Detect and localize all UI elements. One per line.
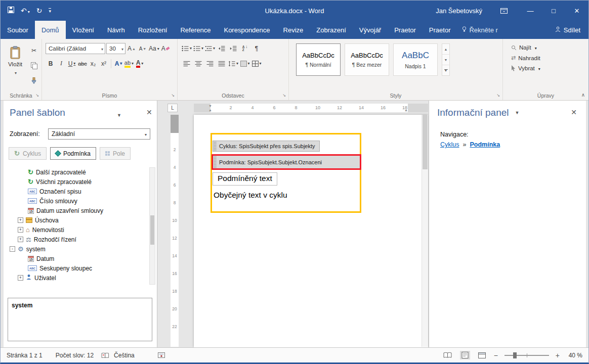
info-panel-close-icon[interactable]: ✕ xyxy=(571,108,577,116)
drag-handle-icon[interactable] xyxy=(213,141,217,151)
zoom-out-button[interactable]: − xyxy=(494,351,498,359)
close-button[interactable]: ✕ xyxy=(565,1,588,21)
hanging-indent-marker[interactable]: ▲ xyxy=(208,108,212,112)
tell-me-box[interactable]: Řekněte r xyxy=(462,21,497,39)
tree-scrollbar[interactable] xyxy=(149,167,155,285)
condition-content-control-tag[interactable]: Podmínka: SpisSubjekt.Subjekt.Oznaceni xyxy=(213,156,360,168)
grow-font-button[interactable]: A▲ xyxy=(127,43,137,54)
document-page[interactable]: Cyklus: SpisSubjekt přes spis.Subjekty P… xyxy=(194,115,428,347)
zoom-slider[interactable] xyxy=(504,355,549,356)
word-count[interactable]: Počet slov: 12 xyxy=(56,352,94,359)
font-name-combo[interactable]: Calibri (Základ xyxy=(46,43,105,54)
zoom-in-button[interactable]: + xyxy=(556,351,560,359)
podminka-button[interactable]: Podmínka xyxy=(50,147,96,160)
pole-button[interactable]: Pole xyxy=(100,147,131,160)
document-scrollbar-thumb[interactable] xyxy=(423,115,428,169)
paragraph-dialog-launcher-icon[interactable] xyxy=(281,93,287,98)
document-scrollbar[interactable] xyxy=(422,115,428,347)
tree-expander-icon[interactable]: + xyxy=(18,227,23,233)
show-formatting-marks-button[interactable]: ¶ xyxy=(251,43,262,54)
format-painter-icon[interactable] xyxy=(29,75,39,86)
read-mode-button[interactable] xyxy=(442,351,453,359)
customize-qat-icon[interactable]: ▾ xyxy=(49,8,51,13)
cut-icon[interactable]: ✂ xyxy=(29,45,39,56)
styles-scroll-up-icon[interactable]: ▲ xyxy=(442,44,449,55)
multilevel-list-button[interactable] xyxy=(205,43,215,54)
nav-link-podminka[interactable]: Podmínka xyxy=(470,141,500,148)
clipboard-dialog-launcher-icon[interactable] xyxy=(34,93,40,98)
cycle-content-control-tag[interactable]: Cyklus: SpisSubjekt přes spis.Subjekty xyxy=(213,141,320,152)
ribbon-display-options-icon[interactable] xyxy=(492,1,516,21)
bullets-button[interactable] xyxy=(182,43,192,54)
numbering-button[interactable] xyxy=(193,43,203,54)
tab-navrh[interactable]: Návrh xyxy=(101,21,132,39)
save-icon[interactable] xyxy=(8,7,14,15)
signed-in-user[interactable]: Jan Šebetovský xyxy=(436,7,482,15)
tab-vyvojar[interactable]: Vývojář xyxy=(353,21,388,39)
plain-text[interactable]: Obyčejný text v cyklu xyxy=(214,191,287,200)
tree-item[interactable]: + ⌂ Nemovitosti xyxy=(7,225,149,235)
font-color-button[interactable]: A xyxy=(135,58,145,69)
tree-expander-icon[interactable]: + xyxy=(18,275,23,281)
tree-item[interactable]: ABC Seskupeny sloupec xyxy=(7,263,149,273)
styles-dialog-launcher-icon[interactable] xyxy=(495,93,501,98)
zoom-slider-thumb[interactable] xyxy=(513,352,517,358)
replace-button[interactable]: ⇄ Nahradit xyxy=(511,55,540,61)
line-spacing-button[interactable] xyxy=(228,58,238,69)
tree-item[interactable]: ↻ Další zpracovatelé xyxy=(7,167,149,177)
tree-expander-icon[interactable]: + xyxy=(18,217,23,223)
strikethrough-button[interactable]: abc xyxy=(77,58,88,69)
tree-expander-icon[interactable]: - xyxy=(10,246,15,252)
nav-link-cyklus[interactable]: Cyklus xyxy=(440,141,459,148)
font-size-combo[interactable]: 30 xyxy=(106,43,125,54)
tab-praetor-1[interactable]: Praetor xyxy=(388,21,423,39)
find-button[interactable]: Najít xyxy=(511,44,540,51)
tab-selector[interactable]: L xyxy=(167,104,178,112)
horizontal-ruler[interactable]: 2 4 6 8 10 12 14 16 18 ▼ ▲ ▲ xyxy=(194,104,428,112)
web-layout-button[interactable] xyxy=(477,351,487,359)
tree-item[interactable]: - ⚙ system xyxy=(7,244,149,254)
vertical-ruler[interactable]: 2 4 6 8 10 12 14 16 18 20 22 xyxy=(171,115,179,347)
subscript-button[interactable]: x₂ xyxy=(88,58,98,69)
paste-button[interactable]: Vložit xyxy=(4,43,27,86)
highlight-color-button[interactable]: ab xyxy=(124,58,134,69)
share-button[interactable]: Sdílet xyxy=(555,21,580,39)
proofing-status-icon[interactable] xyxy=(101,352,109,358)
macro-record-icon[interactable] xyxy=(158,352,165,358)
tab-vlozeni[interactable]: Vložení xyxy=(66,21,101,39)
sort-button[interactable]: AZ xyxy=(240,43,250,54)
tab-zobrazeni[interactable]: Zobrazení xyxy=(310,21,353,39)
tab-domu[interactable]: Domů xyxy=(35,21,66,39)
underline-button[interactable]: U xyxy=(67,58,77,69)
undo-icon[interactable]: ↶ xyxy=(21,7,30,14)
template-panel-close-icon[interactable]: ✕ xyxy=(146,108,152,116)
right-indent-marker[interactable]: ▲ xyxy=(404,108,408,112)
tree-item[interactable]: + ⚖ Rozhodčí řízení xyxy=(7,235,149,244)
change-case-button[interactable]: Aa xyxy=(149,43,159,54)
redo-icon[interactable]: ↻ xyxy=(36,7,43,14)
collapse-ribbon-icon[interactable] xyxy=(581,92,585,98)
italic-button[interactable]: I xyxy=(56,58,66,69)
shrink-font-button[interactable]: A▼ xyxy=(138,43,148,54)
decrease-indent-button[interactable] xyxy=(217,43,227,54)
drag-handle-icon[interactable] xyxy=(213,156,217,168)
info-panel-menu-icon[interactable]: ▼ xyxy=(515,110,520,115)
template-panel-menu-icon[interactable]: ▼ xyxy=(117,113,121,118)
superscript-button[interactable]: x² xyxy=(99,58,109,69)
align-right-button[interactable] xyxy=(205,58,215,69)
tree-item[interactable]: ABC Označení spisu xyxy=(7,187,149,196)
tree-scrollbar-thumb[interactable] xyxy=(150,215,154,245)
style-normal[interactable]: AaBbCcDc ¶ Normální xyxy=(296,43,341,76)
tree-item[interactable]: + Uživatel xyxy=(7,273,149,283)
shading-button[interactable] xyxy=(240,58,250,69)
clear-formatting-button[interactable]: A xyxy=(160,43,171,54)
style-no-spacing[interactable]: AaBbCcDc ¶ Bez mezer xyxy=(345,43,389,76)
align-center-button[interactable] xyxy=(193,58,203,69)
select-button[interactable]: Vybrat xyxy=(511,65,540,71)
font-dialog-launcher-icon[interactable] xyxy=(170,93,176,98)
tree-expander-icon[interactable]: + xyxy=(18,237,23,242)
tree-item[interactable]: 15 Datum xyxy=(7,254,149,263)
conditional-text[interactable]: Podmíněný text xyxy=(213,172,277,186)
zoom-level[interactable]: 40 % xyxy=(566,352,582,359)
cyklus-button[interactable]: ↻ Cyklus xyxy=(9,147,47,160)
